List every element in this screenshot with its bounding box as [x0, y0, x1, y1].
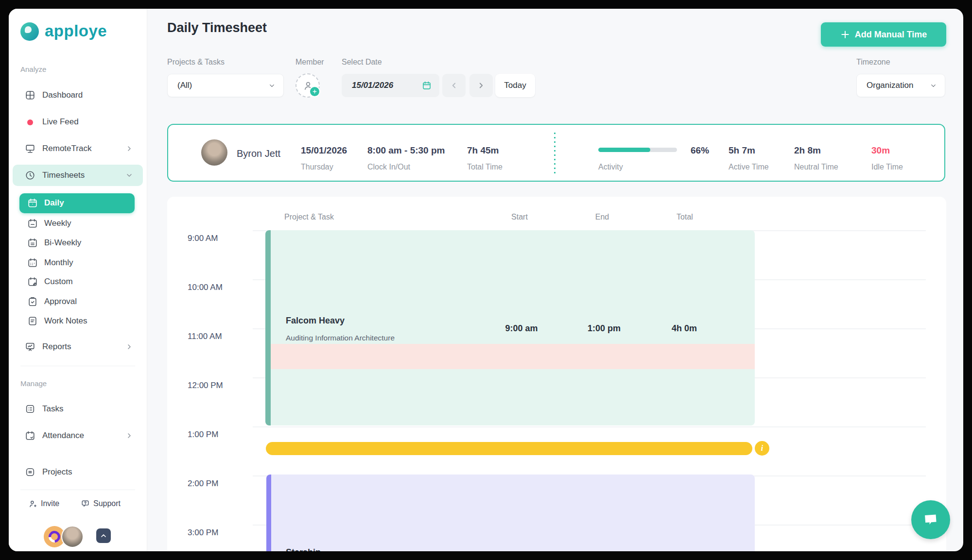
collapse-up-button[interactable]: [96, 528, 111, 543]
hour-label: 1:00 PM: [188, 430, 236, 440]
chevron-down-icon: [125, 171, 133, 179]
activity-percent: 66%: [691, 145, 709, 156]
today-label: Today: [504, 81, 526, 90]
sidebar-item-dashboard[interactable]: Dashboard: [9, 85, 147, 105]
timezone-label: Timezone: [856, 58, 890, 67]
chevron-up-icon: [100, 532, 107, 540]
info-badge[interactable]: i: [753, 440, 771, 457]
projects-tasks-value: (All): [177, 81, 192, 90]
projects-tasks-dropdown[interactable]: (All): [167, 74, 284, 97]
sidebar-item-label: Dashboard: [42, 90, 83, 100]
sidebar-item-label: Approval: [44, 297, 77, 306]
sidebar-item-custom[interactable]: Custom: [9, 272, 147, 291]
select-date-input[interactable]: 15/01/2026: [342, 74, 439, 97]
summary-day: Thursday: [301, 163, 333, 171]
sidebar-item-label: RemoteTrack: [42, 144, 91, 153]
hour-label: 2:00 PM: [188, 479, 236, 489]
entry-total-time: 4h 0m: [672, 323, 697, 334]
activity-label: Activity: [598, 163, 623, 171]
calendar-week-icon: [27, 218, 38, 229]
sidebar-item-attendance[interactable]: Attendance: [9, 426, 147, 445]
chevron-right-icon: [125, 432, 133, 440]
column-header-end: End: [595, 213, 609, 221]
clock-in-out-value: 8:00 am - 5:30 pm: [367, 145, 445, 156]
sidebar-item-label: Work Notes: [44, 316, 87, 326]
sidebar-item-label: Projects: [42, 467, 72, 477]
page-title: Daily Timesheet: [167, 20, 267, 35]
sidebar-item-work-notes[interactable]: Work Notes: [9, 311, 147, 331]
projects-tasks-label: Projects & Tasks: [167, 58, 225, 67]
time-entry-strip: [265, 230, 271, 425]
column-header-total: Total: [677, 213, 693, 221]
support-button[interactable]: Support: [81, 494, 121, 513]
total-time-label: Total Time: [467, 163, 503, 171]
chart-board-icon: [25, 341, 35, 352]
sidebar-item-tasks[interactable]: Tasks: [9, 399, 147, 419]
sidebar-divider: [20, 366, 135, 366]
manual-time-bar[interactable]: [266, 442, 752, 455]
clock-in-out-label: Clock In/Out: [367, 163, 410, 171]
task-list-icon: [25, 404, 35, 414]
sidebar-item-weekly[interactable]: Weekly: [9, 214, 147, 233]
hour-label: 9:00 AM: [188, 234, 236, 243]
idle-time-band: [271, 344, 755, 369]
activity-bar-fill: [598, 148, 650, 152]
next-day-button[interactable]: [469, 74, 493, 97]
sidebar-item-daily[interactable]: Daily: [19, 193, 135, 213]
sidebar-item-label: Monthly: [44, 258, 73, 268]
apploye-logo-wordmark: apploye: [45, 22, 107, 40]
invite-button[interactable]: Invite: [28, 494, 59, 513]
sidebar-item-live-feed[interactable]: Live Feed: [9, 112, 147, 132]
sidebar-item-timesheets[interactable]: Timesheets: [13, 165, 143, 186]
member-name: Byron Jett: [237, 148, 280, 159]
previous-day-button[interactable]: [442, 74, 466, 97]
time-entry-block[interactable]: [271, 475, 755, 551]
summary-date: 15/01/2026: [301, 145, 347, 156]
calendar-icon: [422, 81, 432, 90]
sidebar-item-label: Custom: [44, 277, 73, 287]
column-header-start: Start: [511, 213, 528, 221]
timezone-dropdown[interactable]: Organization: [856, 74, 945, 97]
apploye-logo-icon: [20, 22, 39, 41]
hour-label: 3:00 PM: [188, 528, 236, 538]
sidebar-item-label: Bi-Weekly: [44, 238, 81, 248]
note-icon: [27, 316, 38, 326]
neutral-time-label: Neutral Time: [794, 163, 838, 171]
sidebar-item-biweekly[interactable]: Bi-Weekly: [9, 233, 147, 253]
member-filter-button[interactable]: [295, 73, 320, 98]
clock-icon: [25, 170, 35, 181]
today-button[interactable]: Today: [495, 74, 535, 97]
user-avatar[interactable]: [61, 526, 84, 548]
sidebar-item-projects[interactable]: Projects: [9, 462, 147, 482]
chat-bubble-icon: [922, 511, 939, 528]
app-window: apploye Analyze Dashboard Live Feed Remo…: [9, 9, 963, 551]
sidebar-divider: [20, 490, 135, 490]
entry-project-name: Starship: [286, 547, 321, 551]
sidebar-item-label: Daily: [44, 198, 64, 208]
sidebar-item-reports[interactable]: Reports: [9, 337, 147, 356]
sidebar-item-label: Reports: [42, 342, 71, 352]
member-summary-card: Byron Jett 15/01/2026 Thursday 8:00 am -…: [167, 124, 945, 182]
column-header-project-task: Project & Task: [284, 213, 334, 221]
monitor-icon: [25, 143, 35, 154]
sidebar-item-approval[interactable]: Approval: [9, 292, 147, 311]
sidebar-item-monthly[interactable]: Monthly: [9, 253, 147, 272]
time-entry-strip: [266, 475, 271, 551]
chevron-right-icon: [125, 145, 133, 153]
sidebar-item-label: Live Feed: [42, 117, 79, 127]
sidebar-item-remotetrack[interactable]: RemoteTrack: [9, 139, 147, 158]
support-question-icon: [81, 499, 90, 509]
select-date-value: 15/01/2026: [352, 81, 393, 90]
sidebar-item-label: Attendance: [42, 431, 84, 441]
hour-label: 10:00 AM: [188, 283, 236, 292]
plus-icon: [840, 30, 850, 39]
timesheet-timeline-panel: Project & Task Start End Total 9:00 AM 1…: [167, 197, 946, 551]
sidebar-section-analyze: Analyze: [20, 65, 46, 73]
sidebar: apploye Analyze Dashboard Live Feed Remo…: [9, 9, 147, 551]
chat-support-button[interactable]: [911, 500, 950, 539]
calendar-edit-icon: [27, 276, 38, 287]
add-manual-time-button[interactable]: Add Manual Time: [821, 22, 946, 47]
member-label: Member: [295, 58, 324, 67]
member-avatar: [201, 139, 227, 166]
add-manual-time-label: Add Manual Time: [855, 30, 927, 40]
